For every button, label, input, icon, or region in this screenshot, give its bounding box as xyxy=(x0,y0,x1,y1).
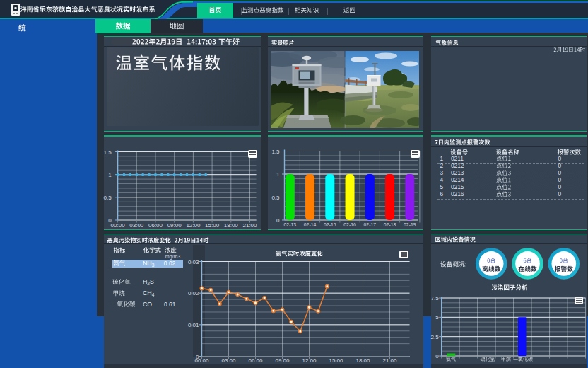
svg-text:02-15: 02-15 xyxy=(324,222,336,226)
svg-text:02-13: 02-13 xyxy=(284,222,297,226)
svg-text:2.5: 2.5 xyxy=(431,334,440,340)
svg-text:02-18: 02-18 xyxy=(384,222,396,226)
svg-text:1.5: 1.5 xyxy=(271,148,280,154)
svg-text:0: 0 xyxy=(435,353,439,360)
svg-text:0.02: 0.02 xyxy=(188,290,199,297)
svg-text:02-16: 02-16 xyxy=(343,222,356,226)
svg-text:0: 0 xyxy=(276,217,280,224)
svg-text:0.01: 0.01 xyxy=(188,322,199,328)
svg-text:1: 1 xyxy=(108,171,112,178)
svg-text:0.5: 0.5 xyxy=(271,194,280,200)
svg-text:1.5: 1.5 xyxy=(103,149,112,155)
svg-text:5: 5 xyxy=(435,314,439,321)
svg-text:09:00: 09:00 xyxy=(167,222,182,228)
svg-text:12:00: 12:00 xyxy=(186,222,201,228)
svg-text:15:00: 15:00 xyxy=(205,222,220,228)
svg-text:0.5: 0.5 xyxy=(103,194,112,200)
svg-text:02-14: 02-14 xyxy=(304,222,317,226)
svg-text:1: 1 xyxy=(276,171,280,178)
svg-text:03:00: 03:00 xyxy=(129,222,144,228)
svg-text:02-17: 02-17 xyxy=(364,222,377,226)
svg-text:06:00: 06:00 xyxy=(148,222,163,228)
svg-text:00:00: 00:00 xyxy=(111,222,126,228)
svg-text:7.5: 7.5 xyxy=(431,295,440,301)
svg-text:21:00: 21:00 xyxy=(242,222,257,228)
svg-text:18:00: 18:00 xyxy=(224,222,239,228)
svg-text:02-19: 02-19 xyxy=(404,222,416,226)
svg-text:0.03: 0.03 xyxy=(188,259,199,265)
